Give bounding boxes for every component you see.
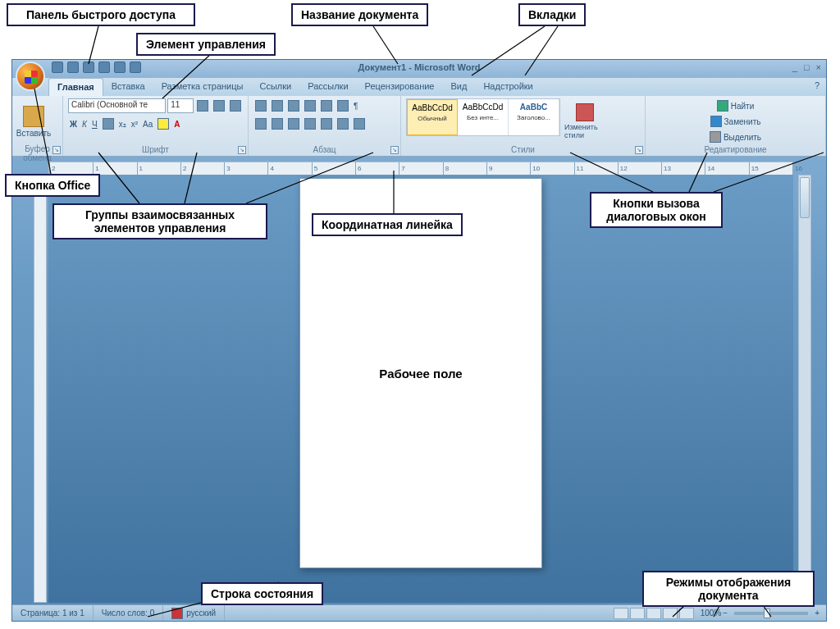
tab-mailings[interactable]: Рассылки — [299, 78, 356, 96]
change-styles-button[interactable]: Изменить стили — [563, 98, 607, 144]
vertical-ruler[interactable] — [34, 175, 47, 603]
zoom-in-button[interactable]: + — [815, 608, 819, 618]
bullets-button[interactable] — [253, 98, 268, 113]
zoom-out-button[interactable]: − — [723, 608, 728, 618]
status-page[interactable]: Страница: 1 из 1 — [12, 605, 94, 621]
superscript-button[interactable]: x² — [130, 116, 139, 131]
numbering-button[interactable] — [270, 98, 285, 113]
qat-preview-icon[interactable] — [114, 62, 126, 73]
font-size-combo[interactable]: 11 — [167, 98, 194, 113]
underline-button[interactable]: Ч — [90, 116, 99, 131]
status-words[interactable]: Число слов: 0 — [94, 605, 163, 621]
paste-button[interactable]: Вставить — [17, 98, 50, 144]
scrollbar-thumb[interactable] — [800, 177, 810, 218]
clear-format-button[interactable] — [228, 98, 243, 113]
style-name-1: Без инте... — [467, 114, 499, 121]
tab-review[interactable]: Рецензирование — [357, 78, 443, 96]
group-clipboard: Вставить Буфер обмена ↘ — [12, 96, 63, 156]
help-icon[interactable]: ? — [808, 78, 826, 96]
paragraph-launcher[interactable]: ↘ — [390, 146, 399, 154]
align-left-button[interactable] — [253, 116, 268, 131]
bullets-icon — [255, 100, 267, 112]
tab-references[interactable]: Ссылки — [251, 78, 299, 96]
clipboard-launcher[interactable]: ↘ — [52, 146, 61, 154]
tab-view[interactable]: Вид — [443, 78, 476, 96]
styles-launcher[interactable]: ↘ — [635, 146, 643, 154]
callout-status-bar: Строка состояния — [201, 582, 323, 605]
grow-font-button[interactable] — [195, 98, 210, 113]
indent-button[interactable] — [319, 98, 334, 113]
zoom-slider-knob[interactable] — [764, 608, 770, 618]
ruler-mark: 12 — [618, 162, 619, 175]
replace-button[interactable]: Заменить — [651, 114, 820, 129]
view-print-layout[interactable] — [614, 608, 628, 619]
style-normal[interactable]: АаBbCcDd Обычный — [407, 99, 458, 135]
case-button[interactable]: Aa — [141, 116, 154, 131]
callout-control-element: Элемент управления — [136, 33, 276, 56]
close-button[interactable]: × — [816, 62, 821, 72]
window-controls: _ □ × — [792, 62, 821, 72]
qat-more-icon[interactable] — [130, 62, 141, 73]
style-name-0: Обычный — [418, 115, 446, 122]
qat-save-icon[interactable] — [52, 62, 63, 73]
multilevel-button[interactable] — [286, 98, 301, 113]
qat-print-icon[interactable] — [98, 62, 110, 73]
style-name-2: Заголово... — [517, 114, 550, 121]
bold-button[interactable]: Ж — [68, 116, 79, 131]
select-icon — [710, 131, 721, 143]
vertical-scrollbar[interactable] — [798, 175, 811, 603]
tab-insert[interactable]: Вставка — [103, 78, 153, 96]
paste-icon — [23, 106, 44, 127]
status-bar: Страница: 1 из 1 Число слов: 0 русский 1… — [12, 604, 826, 621]
tab-addins[interactable]: Надстройки — [475, 78, 541, 96]
find-label: Найти — [731, 102, 755, 111]
showmarks-button[interactable]: ¶ — [352, 98, 359, 113]
align-center-button[interactable] — [270, 116, 285, 131]
style-nospacing[interactable]: АаBbCcDd Без инте... — [458, 99, 509, 135]
style-gallery[interactable]: АаBbCcDd Обычный АаBbCcDd Без инте... Аа… — [406, 98, 560, 136]
group-editing-label: Редактирование — [651, 145, 820, 156]
numbering-icon — [272, 100, 283, 112]
shading-icon — [337, 118, 349, 130]
shading-button[interactable] — [336, 116, 350, 131]
align-right-button[interactable] — [286, 116, 301, 131]
status-lang-label: русский — [186, 608, 216, 618]
view-outline[interactable] — [663, 608, 678, 619]
workspace-label: Рабочее поле — [300, 367, 541, 381]
group-styles-label: Стили — [406, 145, 640, 156]
outdent-button[interactable] — [303, 98, 317, 113]
select-label: Выделить — [724, 133, 761, 142]
callout-tabs: Вкладки — [518, 3, 586, 26]
qat-redo-icon[interactable] — [83, 62, 94, 73]
minimize-button[interactable]: _ — [792, 62, 797, 72]
group-editing: Найти Заменить Выделить Редактирование — [646, 96, 826, 156]
italic-button[interactable]: К — [80, 116, 89, 131]
font-launcher[interactable]: ↘ — [238, 146, 246, 154]
view-draft[interactable] — [679, 608, 694, 619]
tab-layout[interactable]: Разметка страницы — [153, 78, 252, 96]
font-color-button[interactable]: A — [172, 116, 181, 131]
sort-button[interactable] — [336, 98, 350, 113]
style-heading[interactable]: АаBbC Заголово... — [509, 99, 559, 135]
office-button[interactable] — [16, 62, 45, 91]
strike-button[interactable] — [101, 116, 116, 131]
line-spacing-button[interactable] — [319, 116, 334, 131]
highlight-button[interactable] — [156, 116, 171, 131]
shrink-font-button[interactable] — [212, 98, 226, 113]
font-name-combo[interactable]: Calibri (Основной те — [68, 98, 166, 113]
subscript-button[interactable]: x₂ — [117, 116, 128, 131]
find-button[interactable]: Найти — [651, 98, 820, 113]
justify-button[interactable] — [303, 116, 317, 131]
zoom-slider[interactable] — [734, 612, 808, 615]
tab-home[interactable]: Главная — [48, 78, 103, 96]
status-lang[interactable]: русский — [163, 605, 225, 621]
select-button[interactable]: Выделить — [651, 130, 820, 144]
maximize-button[interactable]: □ — [804, 62, 810, 72]
borders-button[interactable] — [352, 116, 367, 131]
qat-undo-icon[interactable] — [67, 62, 79, 73]
view-web-layout[interactable] — [646, 608, 661, 619]
group-paragraph-label: Абзац — [253, 145, 395, 156]
view-full-screen[interactable] — [630, 608, 645, 619]
document-page[interactable]: Рабочее поле — [299, 178, 542, 568]
zoom-value[interactable]: 100% — [701, 608, 722, 618]
